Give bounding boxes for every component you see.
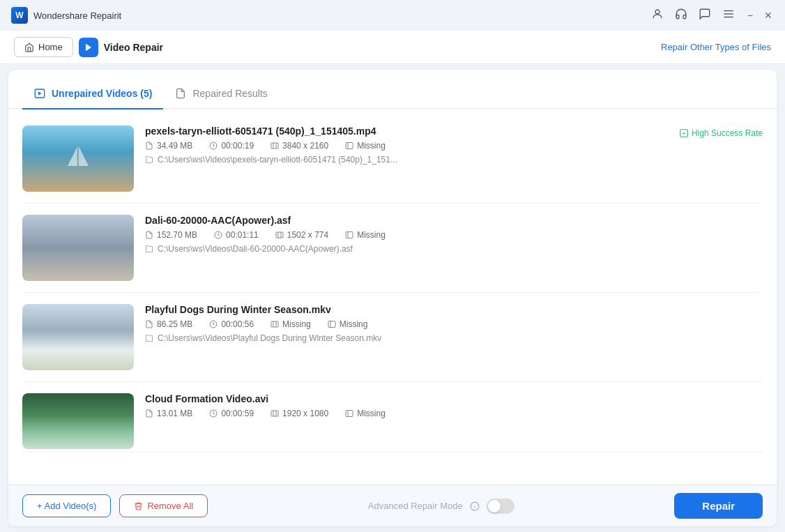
toggle-knob xyxy=(488,500,501,512)
meta-duration-2: 00:01:11 xyxy=(214,230,259,240)
table-row: Playful Dogs During Winter Season.mkv 86… xyxy=(22,293,763,382)
nav-left: Home Video Repair xyxy=(14,37,163,57)
svg-rect-17 xyxy=(276,232,283,238)
title-bar-left: W Wondershare Repairit xyxy=(11,7,121,24)
meta-resolution-4: 1920 x 1080 xyxy=(270,409,328,418)
video-item-right-1: High Success Rate xyxy=(658,126,763,138)
repaired-tab-icon xyxy=(174,87,187,100)
nav-bar: Home Video Repair Repair Other Types of … xyxy=(0,31,785,64)
main-content: Unrepaired Videos (5) Repaired Results xyxy=(8,70,777,526)
svg-rect-13 xyxy=(346,143,353,149)
video-info-3: Playful Dogs During Winter Season.mkv 86… xyxy=(145,304,647,343)
meta-audio-1: Missing xyxy=(345,141,386,151)
meta-size-3: 86.25 MB xyxy=(145,319,192,329)
video-tab-icon xyxy=(33,87,46,100)
video-thumbnail-2 xyxy=(22,215,134,281)
svg-rect-10 xyxy=(271,143,278,149)
video-repair-nav: Video Repair xyxy=(79,38,163,57)
video-list: pexels-taryn-elliott-6051471 (540p)_1_15… xyxy=(8,109,777,485)
svg-rect-23 xyxy=(271,321,278,327)
meta-duration-4: 00:00:59 xyxy=(209,409,254,418)
repair-other-link[interactable]: Repair Other Types of Files xyxy=(661,42,771,52)
home-label: Home xyxy=(38,42,63,52)
menu-icon[interactable] xyxy=(722,8,735,23)
app-logo: W xyxy=(11,7,28,24)
meta-audio-4: Missing xyxy=(345,409,386,418)
bottom-bar: + Add Video(s) Remove All Advanced Repai… xyxy=(8,485,777,526)
meta-size-1: 34.49 MB xyxy=(145,141,192,151)
account-icon[interactable] xyxy=(651,8,664,23)
headphone-icon[interactable] xyxy=(675,8,687,23)
tab-unrepaired-label: Unrepaired Videos (5) xyxy=(52,88,152,99)
close-button[interactable]: ✕ xyxy=(763,8,774,22)
svg-point-0 xyxy=(655,10,660,14)
window-controls: − ✕ xyxy=(746,8,774,22)
add-video-button[interactable]: + Add Video(s) xyxy=(22,494,111,517)
meta-resolution-2: 1502 x 774 xyxy=(275,230,328,240)
advanced-repair-mode: Advanced Repair Mode xyxy=(368,499,515,514)
table-row: Cloud Formation Video.avi 13.01 MB 00:00… xyxy=(22,382,763,453)
video-info-2: Dali-60-20000-AAC(Apower).asf 152.70 MB … xyxy=(145,215,647,254)
video-thumbnail-4 xyxy=(22,393,134,449)
video-name-3: Playful Dogs During Winter Season.mkv xyxy=(145,304,647,315)
home-button[interactable]: Home xyxy=(14,37,73,57)
video-repair-icon xyxy=(79,38,98,57)
video-thumbnail-1 xyxy=(22,126,134,192)
svg-marker-4 xyxy=(86,43,91,51)
video-name-2: Dali-60-20000-AAC(Apower).asf xyxy=(145,215,647,226)
video-path-3: C:\Users\ws\Videos\Playful Dogs During W… xyxy=(145,333,647,343)
table-row: pexels-taryn-elliott-6051471 (540p)_1_15… xyxy=(22,114,763,204)
svg-rect-32 xyxy=(346,411,353,417)
video-name-4: Cloud Formation Video.avi xyxy=(145,393,763,404)
meta-size-2: 152.70 MB xyxy=(145,230,197,240)
video-path-1: C:\Users\ws\Videos\pexels-taryn-elliott-… xyxy=(145,155,647,165)
title-bar-right: − ✕ xyxy=(651,8,774,23)
info-icon xyxy=(470,501,480,511)
video-meta-3: 86.25 MB 00:00:56 Missing Missing xyxy=(145,319,647,329)
video-meta-2: 152.70 MB 00:01:11 1502 x 774 Missing xyxy=(145,230,647,240)
app-title: Wondershare Repairit xyxy=(33,10,121,21)
video-path-2: C:\Users\ws\Videos\Dali-60-20000-AAC(Apo… xyxy=(145,244,647,254)
advanced-mode-toggle[interactable] xyxy=(487,499,515,514)
tabs: Unrepaired Videos (5) Repaired Results xyxy=(8,70,777,109)
bottom-left-buttons: + Add Video(s) Remove All xyxy=(22,494,208,517)
message-icon[interactable] xyxy=(699,8,711,23)
svg-rect-29 xyxy=(271,411,278,416)
meta-size-4: 13.01 MB xyxy=(145,409,192,418)
tab-repaired[interactable]: Repaired Results xyxy=(163,79,278,109)
video-name-1: pexels-taryn-elliott-6051471 (540p)_1_15… xyxy=(145,126,647,137)
video-repair-label: Video Repair xyxy=(104,42,163,53)
success-rate-1: High Success Rate xyxy=(679,126,763,138)
remove-all-button[interactable]: Remove All xyxy=(119,494,208,517)
svg-rect-20 xyxy=(346,232,353,238)
meta-resolution-3: Missing xyxy=(270,319,311,329)
minimize-button[interactable]: − xyxy=(746,8,754,22)
svg-marker-6 xyxy=(38,91,42,95)
tab-unrepaired[interactable]: Unrepaired Videos (5) xyxy=(22,79,163,109)
table-row: Dali-60-20000-AAC(Apower).asf 152.70 MB … xyxy=(22,204,763,293)
video-meta-4: 13.01 MB 00:00:59 1920 x 1080 Missing xyxy=(145,409,763,418)
meta-duration-3: 00:00:56 xyxy=(209,319,254,329)
meta-duration-1: 00:00:19 xyxy=(209,141,254,151)
meta-audio-3: Missing xyxy=(328,319,368,329)
tab-repaired-label: Repaired Results xyxy=(192,88,267,99)
video-info-1: pexels-taryn-elliott-6051471 (540p)_1_15… xyxy=(145,126,647,165)
meta-resolution-1: 3840 x 2160 xyxy=(270,141,328,151)
video-meta-1: 34.49 MB 00:00:19 3840 x 2160 Missing xyxy=(145,141,647,151)
meta-audio-2: Missing xyxy=(345,230,386,240)
repair-button[interactable]: Repair xyxy=(674,493,763,519)
advanced-mode-label: Advanced Repair Mode xyxy=(368,501,463,511)
video-thumbnail-3 xyxy=(22,304,134,370)
title-bar: W Wondershare Repairit − xyxy=(0,0,785,31)
svg-rect-8 xyxy=(77,145,79,166)
svg-rect-26 xyxy=(328,321,335,328)
video-info-4: Cloud Formation Video.avi 13.01 MB 00:00… xyxy=(145,393,763,418)
